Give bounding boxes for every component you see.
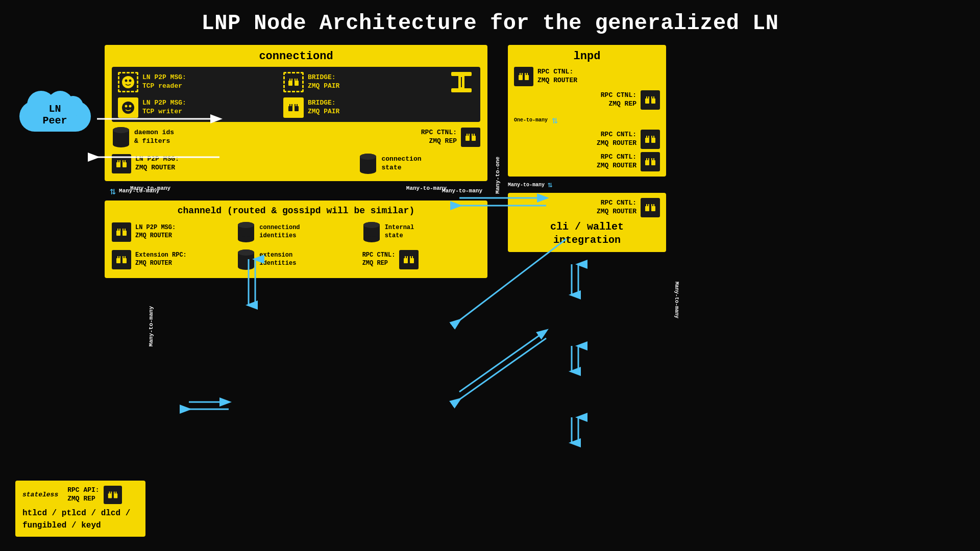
svg-rect-113	[645, 206, 649, 211]
svg-rect-75	[117, 256, 118, 259]
connectiond-inner-dark: LN P2P MSG:TCP reader	[112, 67, 480, 122]
bridge-zmq-pair-1-component: BRIDGE:ZMQ PAIR	[283, 72, 440, 92]
svg-rect-124	[115, 492, 116, 494]
svg-rect-84	[410, 258, 414, 263]
svg-rect-38	[297, 104, 298, 107]
svg-rect-105	[651, 136, 652, 138]
bridge-zmq-pair-1-label: BRIDGE:ZMQ PAIR	[308, 73, 339, 91]
svg-point-19	[129, 80, 132, 82]
svg-rect-25	[297, 79, 298, 81]
ln-peer-area: LNPeer	[10, 86, 100, 136]
tcp-reader-label: LN P2P MSG:TCP reader	[142, 73, 186, 91]
many-to-many-label-right2: Many-to-many	[442, 188, 482, 194]
ln-peer-cloud: LNPeer	[19, 86, 91, 132]
svg-rect-34	[295, 106, 299, 111]
svg-point-57	[360, 168, 376, 174]
svg-point-68	[238, 222, 254, 228]
svg-rect-94	[527, 73, 528, 76]
page-container: LNP Node Architecture for the generalize…	[0, 0, 980, 551]
svg-rect-20	[288, 81, 292, 86]
svg-rect-50	[122, 162, 127, 167]
svg-rect-62	[119, 229, 120, 231]
svg-rect-110	[648, 158, 649, 161]
connectiond-title: connectiond	[112, 50, 480, 63]
svg-rect-90	[525, 75, 529, 80]
many-to-many-label-left: Many-to-many	[130, 185, 170, 191]
svg-rect-76	[119, 256, 120, 259]
svg-rect-117	[651, 204, 652, 207]
svg-point-42	[113, 127, 129, 133]
many-to-many-lnpd-cli-label: Many-to-many	[508, 182, 545, 188]
svg-rect-107	[645, 160, 649, 165]
conn-state-label: connectionstate	[381, 155, 421, 172]
svg-rect-116	[648, 204, 649, 207]
svg-rect-108	[651, 160, 655, 165]
ext-identities-label: extensionidentities	[259, 252, 296, 267]
svg-rect-35	[289, 104, 290, 107]
svg-rect-77	[122, 256, 124, 259]
svg-rect-91	[520, 73, 521, 76]
svg-rect-93	[525, 73, 526, 76]
right-column: lnpd RPC CTNL:ZMQ ROUTER	[508, 45, 666, 252]
svg-rect-46	[469, 134, 470, 136]
svg-rect-37	[295, 104, 296, 107]
lnpd-rpc-ctnl-router-1-label: RPC CTNL:ZMQ ROUTER	[537, 68, 577, 85]
svg-point-30	[122, 102, 134, 114]
channeld-zmq-router-label: LN P2P MSG:ZMQ ROUTER	[135, 224, 176, 240]
svg-rect-114	[651, 206, 655, 211]
svg-rect-98	[648, 96, 649, 99]
svg-rect-103	[646, 136, 647, 138]
svg-rect-52	[119, 160, 120, 163]
channeld-box: channeld (routed & gossipd will be simil…	[105, 201, 487, 278]
many-to-many-vert-left: Many-to-many	[148, 306, 154, 346]
svg-rect-51	[117, 160, 118, 163]
svg-rect-53	[122, 160, 124, 163]
diagram-area: LNPeer connectiond	[0, 45, 980, 402]
channeld-rpc-ctnl-rep: RPC CTNL:ZMQ REP	[362, 248, 480, 271]
many-to-many-label-right: Many-to-many	[406, 185, 447, 191]
svg-rect-61	[117, 229, 118, 231]
svg-rect-86	[407, 256, 408, 259]
cli-title: cli / wallet integration	[514, 220, 660, 247]
svg-rect-59	[116, 231, 120, 236]
svg-rect-43	[465, 136, 470, 141]
spool-component	[449, 71, 474, 93]
svg-rect-54	[125, 160, 126, 163]
svg-rect-48	[474, 134, 475, 136]
svg-rect-60	[122, 231, 127, 236]
cli-rpc-cntl-router-label: RPC CNTL:ZMQ ROUTER	[597, 199, 636, 216]
conn-identities-component: connectiondidentities	[237, 221, 355, 243]
svg-rect-121	[109, 492, 110, 494]
svg-point-81	[238, 264, 254, 270]
zmq-router-1-component: LN P2P MSG:ZMQ ROUTER	[112, 153, 292, 175]
ext-identities-component: extensionidentities	[237, 248, 355, 271]
svg-rect-112	[653, 158, 654, 161]
svg-point-67	[238, 236, 254, 242]
svg-line-8	[459, 338, 546, 399]
svg-point-31	[125, 105, 128, 108]
svg-rect-95	[645, 98, 649, 104]
svg-rect-24	[295, 79, 296, 81]
daemon-ids-label: daemon ids& filters	[134, 129, 174, 146]
bridge-zmq-pair-2-component: BRIDGE:ZMQ PAIR	[283, 97, 440, 118]
svg-point-18	[125, 80, 128, 82]
lnpd-rpc-ctnl-rep-label: RPC CTNL:ZMQ REP	[601, 91, 636, 109]
lnpd-rpc-cntl-router-2-label: RPC CNTL:ZMQ ROUTER	[597, 131, 636, 148]
internal-state-component: Internalstate	[362, 221, 480, 243]
svg-point-82	[238, 249, 254, 256]
svg-point-32	[129, 105, 132, 108]
internal-state-label: Internalstate	[385, 224, 414, 240]
svg-rect-49	[116, 162, 120, 167]
bridge-zmq-pair-2-label: BRIDGE:ZMQ PAIR	[308, 99, 339, 116]
conn-identities-label: connectiondidentities	[259, 224, 300, 240]
zmq-router-1-label: LN P2P MSG:ZMQ ROUTER	[135, 155, 179, 172]
svg-rect-101	[645, 138, 649, 143]
many-to-many-vert-right: Many-to-many	[671, 198, 681, 402]
conn-state-component: connectionstate	[300, 153, 480, 175]
svg-rect-102	[651, 138, 655, 143]
page-title: LNP Node Architecture for the generalize…	[0, 0, 980, 43]
rpc-ctnl-rep-component: RPC CTNL:ZMQ REP	[300, 126, 480, 148]
connectiond-lower: daemon ids& filters RPC CTNL:ZMQ REP	[112, 126, 480, 175]
svg-rect-88	[412, 256, 413, 259]
svg-rect-118	[653, 204, 654, 207]
